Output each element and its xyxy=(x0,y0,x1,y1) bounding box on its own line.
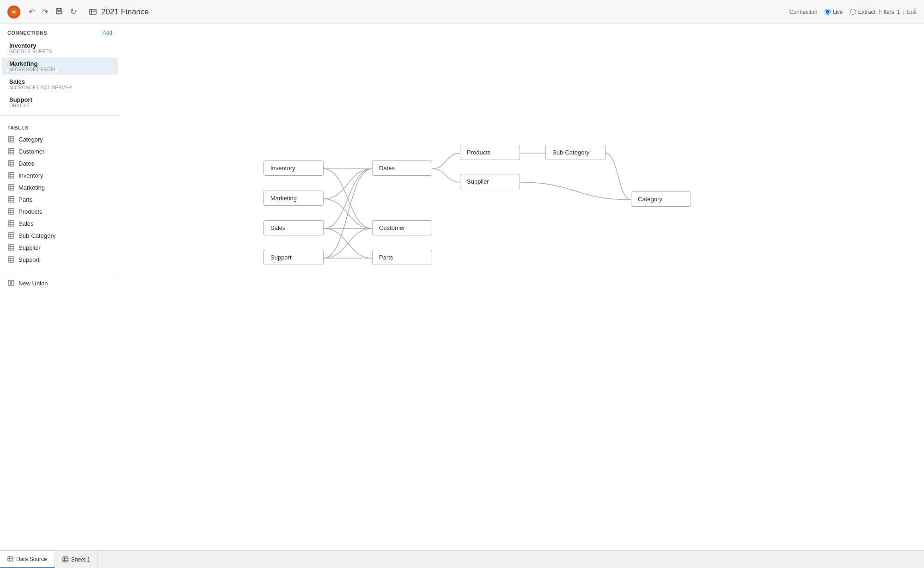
tables-list: Category Customer Dates xyxy=(0,133,120,269)
table-icon xyxy=(7,220,15,227)
new-union-item[interactable]: New Union xyxy=(0,277,120,289)
connection-item-inventory[interactable]: Inventory GOOGLE SHEETS xyxy=(2,39,118,57)
connection-item-sales[interactable]: Sales MICROSOFT SQL SERVER xyxy=(2,75,118,93)
svg-rect-43 xyxy=(8,245,14,250)
sheet-icon xyxy=(62,556,68,562)
table-item-supplier[interactable]: Supplier xyxy=(0,241,120,253)
svg-rect-47 xyxy=(8,257,14,262)
sidebar-divider-2 xyxy=(0,273,120,273)
node-customer[interactable]: Customer xyxy=(372,220,432,235)
tab-sheet1-label: Sheet 1 xyxy=(71,556,90,563)
svg-rect-1 xyxy=(56,8,62,14)
table-item-marketing[interactable]: Marketing xyxy=(0,181,120,193)
node-products[interactable]: Products xyxy=(460,145,520,160)
conn-type: MICROSOFT SQL SERVER xyxy=(9,85,110,90)
edge-marketing-customer xyxy=(324,199,372,228)
svg-rect-57 xyxy=(63,557,68,562)
edge-dates-products xyxy=(432,153,460,169)
table-label: Marketing xyxy=(18,184,45,191)
extract-radio[interactable] xyxy=(850,9,856,15)
connection-item-marketing[interactable]: Marketing MICROSOFT EXCEL xyxy=(2,57,118,75)
svg-rect-51 xyxy=(8,280,11,286)
pipe-separator: | xyxy=(903,9,904,15)
edge-supplier-category xyxy=(520,182,631,200)
undo-button[interactable]: ↶ xyxy=(26,6,37,19)
node-category[interactable]: Category xyxy=(631,191,691,207)
table-label: Dates xyxy=(18,160,34,167)
svg-rect-4 xyxy=(90,9,96,14)
node-dates[interactable]: Dates xyxy=(372,161,432,176)
table-label: Parts xyxy=(18,196,32,203)
svg-rect-23 xyxy=(8,185,14,190)
save-button[interactable] xyxy=(53,6,66,19)
svg-rect-52 xyxy=(12,280,14,286)
conn-name: Inventory xyxy=(9,42,110,49)
node-sub-category[interactable]: Sub-Category xyxy=(545,145,606,160)
node-marketing[interactable]: Marketing xyxy=(263,191,324,206)
table-item-category[interactable]: Category xyxy=(0,133,120,145)
table-icon xyxy=(7,244,15,251)
new-union-label: New Union xyxy=(18,280,48,287)
table-item-sub-category[interactable]: Sub-Category xyxy=(0,229,120,241)
refresh-button[interactable]: ↻ xyxy=(67,6,79,19)
node-supplier[interactable]: Supplier xyxy=(460,174,520,189)
node-support[interactable]: Support xyxy=(263,250,324,265)
table-item-support[interactable]: Support xyxy=(0,253,120,265)
table-icon xyxy=(7,160,15,167)
table-item-sales[interactable]: Sales xyxy=(0,217,120,229)
redo-button[interactable]: ↷ xyxy=(39,6,51,19)
sidebar: Connections Add Inventory GOOGLE SHEETS … xyxy=(0,24,120,550)
extract-radio-label[interactable]: Extract xyxy=(850,9,875,15)
node-parts[interactable]: Parts xyxy=(372,250,432,265)
table-icon xyxy=(7,232,15,239)
connection-label: Connection xyxy=(789,9,818,15)
table-item-products[interactable]: Products xyxy=(0,205,120,217)
node-sales[interactable]: Sales xyxy=(263,220,324,235)
tab-data-source[interactable]: Data Source xyxy=(0,551,55,568)
table-label: Sales xyxy=(18,220,34,227)
add-connection-link[interactable]: Add xyxy=(103,30,112,36)
live-radio[interactable] xyxy=(825,9,831,15)
table-icon xyxy=(7,148,15,155)
node-inventory[interactable]: Inventory xyxy=(263,161,324,176)
connections-section-header: Connections Add xyxy=(0,24,120,39)
tables-section-header: Tables xyxy=(0,119,120,133)
connection-section: Connection Live Extract xyxy=(789,9,875,15)
table-label: Category xyxy=(18,136,43,143)
sidebar-divider-1 xyxy=(0,115,120,116)
main-area: Connections Add Inventory GOOGLE SHEETS … xyxy=(0,24,924,550)
svg-rect-27 xyxy=(8,197,14,202)
table-icon xyxy=(7,184,15,191)
table-label: Supplier xyxy=(18,244,41,251)
canvas-svg xyxy=(120,24,924,550)
table-item-customer[interactable]: Customer xyxy=(0,145,120,157)
edge-inventory-customer xyxy=(324,169,372,228)
table-item-dates[interactable]: Dates xyxy=(0,157,120,169)
conn-type: MICROSOFT EXCEL xyxy=(9,67,110,72)
table-item-inventory[interactable]: Inventory xyxy=(0,169,120,181)
connection-item-support[interactable]: Support ORACLE xyxy=(2,93,118,111)
toolbar: ↶ ↷ ↻ 2021 Finance Connection Live Extra… xyxy=(0,0,924,24)
toolbar-buttons: ↶ ↷ ↻ xyxy=(26,6,79,19)
edge-dates-supplier xyxy=(432,169,460,182)
database-icon xyxy=(7,556,13,562)
svg-rect-19 xyxy=(8,173,14,178)
table-item-parts[interactable]: Parts xyxy=(0,193,120,205)
filters-count: 1 xyxy=(897,9,900,15)
connections-list: Inventory GOOGLE SHEETS Marketing MICROS… xyxy=(0,39,120,111)
filters-label: Filters xyxy=(879,9,894,15)
edge-sales-parts xyxy=(324,228,372,258)
live-radio-label[interactable]: Live xyxy=(825,9,843,15)
canvas-area[interactable]: InventoryMarketingSalesSupportDatesCusto… xyxy=(120,24,924,550)
conn-name: Support xyxy=(9,96,110,103)
tab-sheet1[interactable]: Sheet 1 xyxy=(55,551,98,568)
filters-section: Filters 1 | Edit xyxy=(879,9,917,15)
edit-filters-link[interactable]: Edit xyxy=(907,9,917,15)
svg-rect-3 xyxy=(57,12,61,13)
svg-rect-11 xyxy=(8,148,14,154)
app-logo xyxy=(7,6,20,19)
datasource-icon[interactable] xyxy=(88,7,98,17)
table-icon xyxy=(7,136,15,143)
svg-rect-39 xyxy=(8,233,14,238)
conn-type: ORACLE xyxy=(9,103,110,108)
